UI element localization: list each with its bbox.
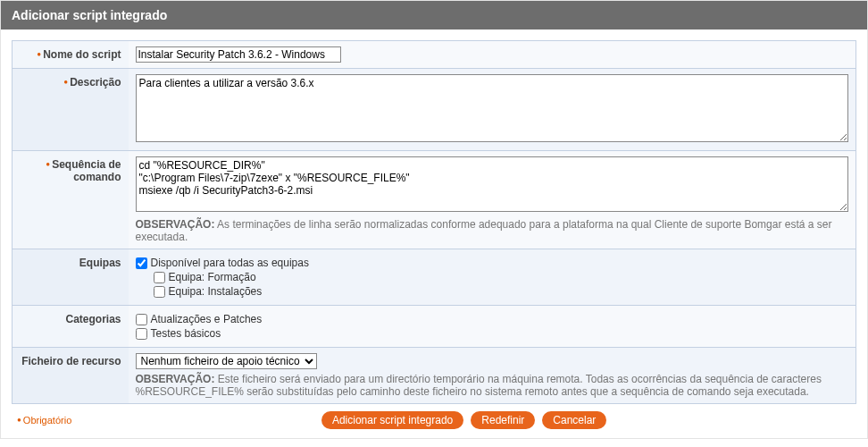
team-checkbox-1[interactable] — [154, 286, 165, 298]
required-dot-icon: ● — [63, 78, 68, 86]
label-command: ●Sequência de comando — [13, 151, 129, 249]
category-checkbox-0[interactable] — [136, 314, 147, 325]
category-item-0: Atualizações e Patches — [136, 313, 849, 325]
cancel-button[interactable]: Cancelar — [542, 411, 606, 429]
label-script-name: ●Nome do script — [13, 41, 129, 69]
teams-all-label: Disponível para todas as equipas — [151, 257, 309, 269]
row-command: ●Sequência de comando OBSERVAÇÃO: As ter… — [13, 151, 856, 249]
team-label-0: Equipa: Formação — [169, 271, 256, 283]
required-dot-icon: ● — [17, 416, 21, 424]
command-textarea[interactable] — [136, 156, 849, 212]
category-checkbox-1[interactable] — [136, 328, 147, 340]
footer: ●Obrigatório Adicionar script integrado … — [1, 404, 867, 429]
category-label-0: Atualizações e Patches — [151, 313, 263, 325]
resource-select[interactable]: Nenhum ficheiro de apoio técnico — [136, 353, 317, 369]
row-categories: Categorias Atualizações e Patches Testes… — [13, 306, 856, 348]
row-script-name: ●Nome do script — [13, 41, 856, 69]
label-description: ●Descrição — [13, 69, 129, 151]
row-teams: Equipas Disponível para todas as equipas… — [13, 249, 856, 306]
reset-button[interactable]: Redefinir — [471, 411, 535, 429]
label-categories: Categorias — [13, 306, 129, 348]
row-resource: Ficheiro de recurso Nenhum ficheiro de a… — [13, 348, 856, 404]
category-label-1: Testes básicos — [151, 327, 221, 340]
dialog-container: Adicionar script integrado ●Nome do scri… — [0, 0, 868, 439]
team-label-1: Equipa: Instalações — [169, 285, 263, 298]
team-checkbox-0[interactable] — [154, 272, 165, 283]
submit-button[interactable]: Adicionar script integrado — [321, 411, 463, 429]
teams-all-line: Disponível para todas as equipas — [136, 257, 849, 269]
form-table: ●Nome do script ●Descrição ●Sequência de… — [12, 40, 856, 404]
command-note: OBSERVAÇÃO: As terminações de linha serã… — [136, 218, 849, 243]
team-item-0: Equipa: Formação — [154, 271, 849, 283]
label-teams: Equipas — [13, 249, 129, 306]
row-description: ●Descrição — [13, 69, 856, 151]
required-dot-icon: ● — [46, 160, 50, 168]
teams-all-checkbox[interactable] — [136, 257, 147, 269]
form-area: ●Nome do script ●Descrição ●Sequência de… — [1, 30, 867, 404]
script-name-input[interactable] — [136, 46, 341, 63]
resource-note: OBSERVAÇÃO: Este ficheiro será enviado p… — [136, 373, 849, 398]
team-item-1: Equipa: Instalações — [154, 285, 849, 298]
required-dot-icon: ● — [37, 50, 41, 58]
label-resource: Ficheiro de recurso — [13, 348, 129, 404]
required-legend: ●Obrigatório — [17, 415, 71, 426]
dialog-title: Adicionar script integrado — [12, 8, 167, 22]
button-row: Adicionar script integrado Redefinir Can… — [321, 411, 606, 429]
category-item-1: Testes básicos — [136, 327, 849, 340]
description-textarea[interactable] — [136, 74, 849, 142]
dialog-header: Adicionar script integrado — [1, 1, 867, 30]
